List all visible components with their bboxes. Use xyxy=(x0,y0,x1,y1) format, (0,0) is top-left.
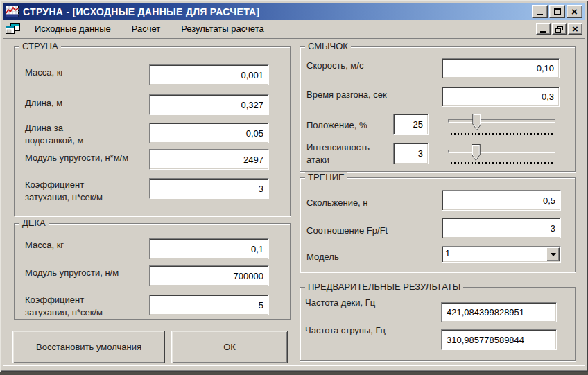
struna-elastic-modulus-label: Модуль упругости, н*м/м xyxy=(25,152,150,164)
group-smychok-title: СМЫЧОК xyxy=(305,41,351,51)
group-struna-title: СТРУНА xyxy=(19,41,61,51)
bow-accel-time-input[interactable] xyxy=(442,87,560,107)
struna-length-input[interactable] xyxy=(149,94,269,115)
child-minimize-button[interactable] xyxy=(536,23,551,35)
deka-mass-input[interactable] xyxy=(149,238,269,259)
child-minimize-icon xyxy=(540,31,546,33)
window-title: СТРУНА - [ИСХОДНЫЕ ДАННЫЕ ДЛЯ РАСЧЕТА] xyxy=(23,6,530,17)
string-frequency-label: Частота струны, Гц xyxy=(305,324,430,337)
model-label: Модель xyxy=(306,251,390,263)
model-combobox[interactable]: 1 xyxy=(442,246,561,263)
deka-elastic-modulus-label: Модуль упругости, н/м xyxy=(25,267,150,279)
deka-damping-label: Коэффициент затухания, н*сек/м xyxy=(25,294,129,318)
struna-length-label: Длина, м xyxy=(25,97,143,110)
bow-position-label: Положение, % xyxy=(306,119,390,132)
deka-elastic-modulus-input[interactable] xyxy=(149,265,269,286)
ok-button[interactable]: ОК xyxy=(171,331,288,363)
bow-position-slider-thumb[interactable] xyxy=(472,114,481,130)
bow-position-slider-track[interactable] xyxy=(448,119,555,123)
maximize-icon xyxy=(554,8,561,15)
desktop-edge-strip xyxy=(0,372,588,375)
struna-elastic-modulus-input[interactable] xyxy=(149,149,269,170)
bow-accel-time-label: Время разгона, сек xyxy=(306,89,431,101)
struna-bridge-length-label: Длина за подставкой, м xyxy=(25,122,115,146)
attack-intensity-slider-ticks xyxy=(451,162,553,164)
sliding-friction-label: Скольжение, н xyxy=(306,197,431,209)
attack-intensity-label: Интенсивность атаки xyxy=(306,141,386,166)
mdi-form-icon[interactable] xyxy=(6,23,20,35)
deck-frequency-input[interactable] xyxy=(441,302,557,322)
bow-speed-input[interactable] xyxy=(442,58,560,78)
deka-mass-label: Масса, кг xyxy=(25,239,143,252)
attack-intensity-input[interactable] xyxy=(393,143,429,164)
menu-item-calculation[interactable]: Расчет xyxy=(121,21,171,36)
group-trenie-title: ТРЕНИЕ xyxy=(305,172,347,182)
attack-intensity-slider-track[interactable] xyxy=(448,150,555,153)
app-window: СТРУНА - [ИСХОДНЫЕ ДАННЫЕ ДЛЯ РАСЧЕТА] ×… xyxy=(0,0,588,372)
group-results-title: ПРЕДВАРИТЕЛЬНЫЕ РЕЗУЛЬТАТЫ xyxy=(305,281,463,292)
minimize-button[interactable] xyxy=(532,5,548,18)
deck-frequency-label: Частота деки, Гц xyxy=(305,297,430,309)
child-restore-button[interactable] xyxy=(552,23,567,35)
struna-bridge-length-input[interactable] xyxy=(149,123,269,143)
minimize-icon xyxy=(537,14,543,15)
child-close-button[interactable]: × xyxy=(568,23,582,35)
bow-position-input[interactable] xyxy=(393,114,429,135)
child-close-icon: × xyxy=(572,24,578,34)
bow-position-slider-ticks xyxy=(451,133,553,135)
child-restore-icon xyxy=(555,26,563,33)
attack-intensity-slider-thumb[interactable] xyxy=(472,144,481,161)
model-combobox-value: 1 xyxy=(442,247,546,262)
model-combobox-dropdown-button[interactable] xyxy=(546,247,560,261)
sliding-friction-input[interactable] xyxy=(442,190,561,211)
struna-mass-input[interactable] xyxy=(149,64,269,85)
deka-damping-input[interactable] xyxy=(149,295,269,315)
struna-damping-input[interactable] xyxy=(149,178,269,199)
group-deka-title: ДЕКА xyxy=(19,218,49,228)
close-button[interactable]: × xyxy=(567,5,582,18)
bow-speed-label: Скорость, м/с xyxy=(306,60,431,72)
title-bar: СТРУНА - [ИСХОДНЫЕ ДАННЫЕ ДЛЯ РАСЧЕТА] × xyxy=(3,3,585,20)
struna-mass-label: Масса, кг xyxy=(25,67,143,79)
menu-item-input-data[interactable]: Исходные данные xyxy=(24,21,121,36)
menu-item-results[interactable]: Результаты расчета xyxy=(171,21,275,36)
restore-defaults-button[interactable]: Восстановить умолчания xyxy=(12,331,165,363)
app-chart-icon[interactable] xyxy=(6,6,19,17)
fp-ft-ratio-input[interactable] xyxy=(442,218,561,238)
struna-damping-label: Коэффициент затухания, н*сек/м xyxy=(25,179,129,203)
maximize-button[interactable] xyxy=(549,5,565,18)
close-icon: × xyxy=(571,6,578,17)
chevron-down-icon xyxy=(551,253,556,256)
string-frequency-input[interactable] xyxy=(441,329,557,350)
menu-bar: Исходные данные Расчет Результаты расчет… xyxy=(3,21,585,37)
fp-ft-ratio-label: Соотношение Fp/Ft xyxy=(306,225,431,237)
